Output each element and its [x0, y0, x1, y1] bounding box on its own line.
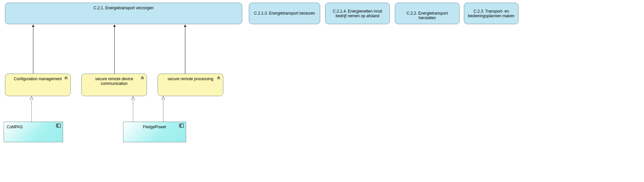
- label-config-mgmt: Configuration management: [8, 77, 68, 81]
- label-c21: C.2.1. Energietransport verzorgen: [8, 6, 239, 10]
- capability-icon: [216, 75, 221, 81]
- svg-rect-2: [56, 126, 58, 127]
- label-secure-comm: secure remote device communication: [84, 77, 144, 86]
- node-c213-energietransport-besturen[interactable]: C.2.1.3. Energietransport besturen: [249, 3, 320, 24]
- label-c222: C.2.2. Energietransport herstellen: [398, 11, 457, 20]
- capability-icon: [64, 75, 68, 81]
- label-fledge: FledgePower: [126, 125, 183, 129]
- component-icon: [56, 123, 61, 129]
- node-c222-energietransport-herstellen[interactable]: C.2.2. Energietransport herstellen: [395, 3, 460, 24]
- label-secure-proc: secure remote processing: [161, 77, 220, 81]
- svg-rect-1: [56, 124, 58, 125]
- node-c214-energienetten[interactable]: C.2.1.4. Energienetten in/uit bedrijf ne…: [325, 3, 390, 24]
- node-c21-energietransport-verzorgen[interactable]: C.2.1. Energietransport verzorgen: [5, 3, 242, 24]
- label-c213: C.2.1.3. Energietransport besturen: [252, 11, 317, 16]
- node-compas[interactable]: CoMPAS: [4, 122, 63, 142]
- label-c223: C.2.3. Transport- en bedieningsplannen m…: [467, 9, 516, 18]
- label-compas: CoMPAS: [7, 125, 60, 129]
- node-c223-transport-bedieningsplannen[interactable]: C.2.3. Transport- en bedieningsplannen m…: [464, 3, 519, 24]
- component-icon: [179, 123, 184, 129]
- svg-rect-4: [179, 124, 181, 125]
- node-configuration-management[interactable]: Configuration management: [5, 74, 71, 96]
- node-secure-remote-device-communication[interactable]: secure remote device communication: [81, 74, 147, 96]
- label-c214: C.2.1.4. Energienetten in/uit bedrijf ne…: [328, 9, 387, 18]
- capability-icon: [140, 75, 145, 81]
- node-secure-remote-processing[interactable]: secure remote processing: [158, 74, 223, 96]
- node-fledgepower[interactable]: FledgePower: [123, 122, 186, 142]
- svg-rect-5: [179, 126, 181, 127]
